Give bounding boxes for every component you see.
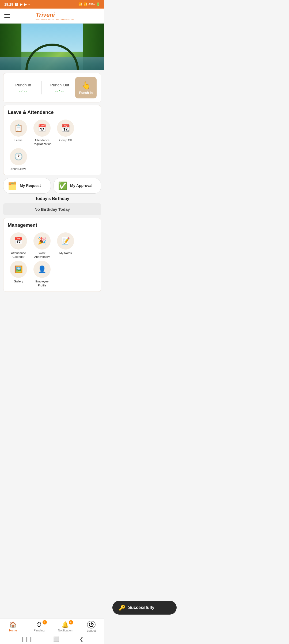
attendance-calendar-label: Attendance Calendar: [8, 251, 29, 259]
employee-profile-icon-circle: 👤: [33, 261, 51, 278]
my-notes-label: My Notes: [59, 251, 72, 255]
status-time: 18:28: [4, 2, 13, 6]
punch-card: Punch In --:-- Punch Out --:-- 👆 Punch I…: [3, 73, 101, 102]
short-leave-icon-circle: 🕐: [10, 148, 27, 165]
leave-attendance-title: Leave & Attendance: [8, 110, 97, 115]
attendance-icon-circle: 📅: [33, 120, 51, 137]
my-approval-icon: ✅: [58, 181, 67, 190]
employee-profile-label: Employee Profile: [31, 279, 53, 287]
work-anniversary-icon: 🎉: [38, 237, 46, 245]
app-header: Triveni ENGINEERING & INDUSTRIES LTD.: [0, 9, 104, 24]
punch-out-label: Punch Out: [44, 83, 75, 87]
action-row: 🗂️ My Request ✅ My Approval: [3, 178, 101, 194]
menu-button[interactable]: [4, 14, 10, 18]
punch-divider: [41, 81, 42, 94]
gallery-icon: 🖼: [15, 2, 18, 6]
battery-label: 43%: [89, 2, 95, 6]
birthday-section: Today's Birthday No Birthday Today: [3, 196, 101, 215]
signal-icon: 📶: [83, 2, 88, 6]
wifi-icon: 📶: [78, 2, 82, 6]
my-notes-icon: 📝: [61, 237, 70, 245]
management-grid: 📅 Attendance Calendar 🎉 Work Anniversary…: [8, 232, 97, 287]
attendance-calendar-icon-circle: 📅: [10, 232, 27, 250]
comp-off-item[interactable]: 📆 Comp Off: [55, 120, 76, 146]
scroll-content: Punch In --:-- Punch Out --:-- 👆 Punch I…: [0, 24, 104, 324]
birthday-card: No Birthday Today: [3, 203, 101, 215]
my-notes-item[interactable]: 📝 My Notes: [55, 232, 76, 259]
youtube2-icon: ▶: [24, 2, 27, 6]
attendance-label: Attendance Regularization: [31, 138, 53, 146]
punch-in-label: Punch In: [8, 83, 39, 87]
comp-off-icon-circle: 📆: [57, 120, 74, 137]
punch-in-time: --:--: [8, 89, 39, 93]
attendance-icon: 📅: [38, 124, 46, 132]
battery-icon: 🔋: [96, 2, 100, 6]
punch-button-label: Punch In: [79, 91, 93, 95]
work-anniversary-icon-circle: 🎉: [33, 232, 51, 250]
birthday-title: Today's Birthday: [3, 196, 101, 201]
management-title: Management: [8, 223, 97, 228]
attendance-calendar-icon: 📅: [14, 237, 23, 245]
my-approval-label: My Approval: [70, 183, 93, 188]
my-request-label: My Request: [20, 183, 41, 188]
birthday-message: No Birthday Today: [35, 207, 70, 212]
dot-icon: •: [28, 2, 30, 6]
attendance-regularization-item[interactable]: 📅 Attendance Regularization: [31, 120, 53, 146]
leave-icon-circle: 📋: [10, 120, 27, 137]
gallery-label: Gallery: [14, 279, 23, 283]
my-approval-button[interactable]: ✅ My Approval: [54, 178, 101, 194]
leave-attendance-section: Leave & Attendance 📋 Leave 📅 Attendance …: [3, 105, 101, 175]
logo-main: Triveni: [36, 11, 55, 18]
employee-profile-item[interactable]: 👤 Employee Profile: [31, 261, 53, 287]
status-bar-right: 📶 📶 43% 🔋: [78, 2, 100, 6]
leave-attendance-grid: 📋 Leave 📅 Attendance Regularization 📆 Co…: [8, 120, 97, 171]
work-anniversary-label: Work Anniversary: [31, 251, 53, 259]
short-leave-label: Short Leave: [10, 167, 26, 171]
punch-in-info: Punch In --:--: [8, 83, 39, 93]
hero-banner: [0, 24, 104, 70]
punch-out-info: Punch Out --:--: [44, 83, 75, 93]
leave-icon: 📋: [14, 124, 23, 132]
punch-out-time: --:--: [44, 89, 75, 93]
gallery-item[interactable]: 🖼️ Gallery: [8, 261, 29, 287]
gallery-nav-icon: 🖼️: [14, 265, 23, 274]
logo: Triveni ENGINEERING & INDUSTRIES LTD.: [36, 11, 75, 20]
gallery-icon-circle: 🖼️: [10, 261, 27, 278]
status-bar-left: 18:28 🖼 ▶ ▶ •: [4, 2, 30, 6]
my-notes-icon-circle: 📝: [57, 232, 74, 250]
short-leave-item[interactable]: 🕐 Short Leave: [8, 148, 29, 171]
management-section: Management 📅 Attendance Calendar 🎉 Work …: [3, 218, 101, 292]
my-request-button[interactable]: 🗂️ My Request: [3, 178, 51, 194]
work-anniversary-item[interactable]: 🎉 Work Anniversary: [31, 232, 53, 259]
status-bar: 18:28 🖼 ▶ ▶ • 📶 📶 43% 🔋: [0, 0, 104, 9]
my-request-icon: 🗂️: [8, 181, 17, 190]
short-leave-icon: 🕐: [14, 152, 23, 161]
punch-in-button[interactable]: 👆 Punch In: [75, 77, 97, 98]
youtube-icon: ▶: [20, 2, 22, 6]
employee-profile-icon: 👤: [38, 265, 46, 274]
logo-sub: ENGINEERING & INDUSTRIES LTD.: [36, 18, 75, 20]
comp-off-icon: 📆: [61, 124, 70, 132]
logo-container: Triveni ENGINEERING & INDUSTRIES LTD.: [10, 11, 100, 20]
comp-off-label: Comp Off: [59, 138, 72, 142]
leave-label: Leave: [14, 138, 22, 142]
leave-item[interactable]: 📋 Leave: [8, 120, 29, 146]
punch-hand-icon: 👆: [81, 81, 91, 90]
attendance-calendar-item[interactable]: 📅 Attendance Calendar: [8, 232, 29, 259]
